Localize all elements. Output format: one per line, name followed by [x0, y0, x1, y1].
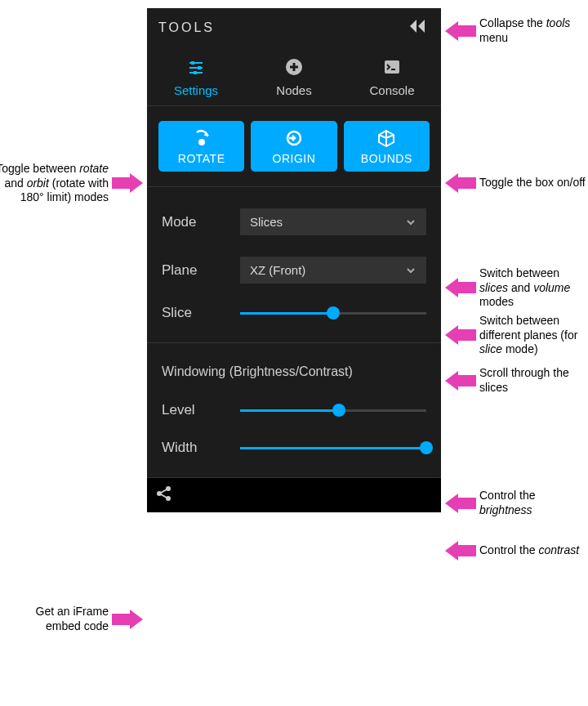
rotate-icon — [191, 129, 212, 147]
chevron-down-icon — [405, 217, 416, 228]
annotation-rotate: Toggle between rotate and orbit (rotate … — [0, 162, 143, 205]
annotation-bounds: Toggle the box on/off — [445, 173, 586, 193]
mode-btn-label: BOUNDS — [361, 152, 412, 165]
bounds-icon — [376, 129, 397, 147]
annotation-text: Scroll through the slices — [479, 366, 588, 395]
share-button[interactable] — [155, 485, 173, 506]
annotation-plane: Switch between different planes (for sli… — [445, 314, 586, 357]
tab-nodes[interactable]: Nodes — [246, 57, 343, 97]
annotation-collapse: Collapse the tools menu — [445, 16, 588, 45]
mode-btn-label: ROTATE — [178, 152, 225, 165]
svg-rect-9 — [385, 60, 399, 74]
annotation-text: Control the brightness — [479, 489, 588, 517]
annotation-text: Collapse the tools menu — [479, 16, 588, 45]
bounds-button[interactable]: BOUNDS — [344, 121, 430, 172]
sliders-icon — [186, 57, 206, 77]
level-slider[interactable] — [240, 403, 426, 418]
annotation-text: Get an iFrame embed code — [19, 605, 109, 633]
width-slider[interactable] — [240, 440, 426, 455]
mode-label: Mode — [162, 214, 240, 230]
chevrons-left-icon — [407, 18, 430, 34]
origin-icon — [283, 129, 305, 147]
annotation-width: Control the contrast — [445, 541, 579, 561]
tab-label: Settings — [174, 83, 218, 97]
origin-button[interactable]: ORIGIN — [251, 121, 336, 172]
annotation-slice: Scroll through the slices — [445, 366, 588, 395]
svg-rect-5 — [194, 71, 197, 74]
plane-select[interactable]: XZ (Front) — [240, 257, 426, 284]
svg-rect-3 — [191, 61, 194, 65]
plus-circle-icon — [284, 57, 304, 77]
annotation-mode: Switch between slices and volume modes — [445, 266, 586, 310]
rotate-button[interactable]: ROTATE — [158, 121, 244, 172]
annotation-text: Toggle the box on/off — [479, 176, 586, 190]
annotation-text: Switch between slices and volume modes — [479, 266, 586, 310]
annotation-share: Get an iFrame embed code — [19, 605, 143, 633]
panel-footer — [147, 478, 441, 512]
view-section: Mode Slices Plane XZ (Front) Slice — [147, 187, 441, 343]
annotation-level: Control the brightness — [445, 489, 588, 517]
mode-buttons: ROTATE ORIGIN BOUNDS — [147, 106, 441, 187]
mode-value: Slices — [250, 215, 283, 229]
tabs: Settings Nodes Console — [147, 52, 441, 106]
tab-label: Console — [369, 83, 414, 97]
mode-btn-label: ORIGIN — [273, 152, 316, 165]
share-icon — [155, 485, 173, 503]
slice-slider[interactable] — [240, 306, 426, 320]
collapse-button[interactable] — [407, 18, 430, 38]
windowing-title: Windowing (Brightness/Contrast) — [162, 364, 426, 379]
svg-rect-4 — [198, 66, 201, 69]
annotation-text: Toggle between rotate and orbit (rotate … — [0, 162, 109, 205]
annotation-text: Switch between different planes (for sli… — [479, 314, 586, 357]
tab-label: Nodes — [276, 83, 311, 97]
svg-point-11 — [198, 139, 205, 145]
mode-select[interactable]: Slices — [240, 208, 426, 235]
plane-value: XZ (Front) — [250, 263, 305, 277]
level-label: Level — [162, 402, 240, 418]
tools-panel: TOOLS Settings — [147, 8, 441, 512]
slice-label: Slice — [162, 305, 240, 321]
tab-settings[interactable]: Settings — [148, 57, 245, 97]
tab-console[interactable]: Console — [344, 57, 441, 97]
width-label: Width — [162, 440, 240, 456]
annotation-text: Control the contrast — [479, 543, 579, 558]
chevron-down-icon — [405, 265, 416, 276]
panel-header: TOOLS — [147, 8, 441, 52]
svg-line-17 — [161, 494, 167, 498]
terminal-icon — [382, 57, 402, 77]
panel-title: TOOLS — [158, 20, 215, 35]
svg-line-16 — [161, 489, 167, 493]
plane-label: Plane — [162, 262, 240, 279]
windowing-section: Windowing (Brightness/Contrast) Level Wi… — [147, 343, 441, 478]
